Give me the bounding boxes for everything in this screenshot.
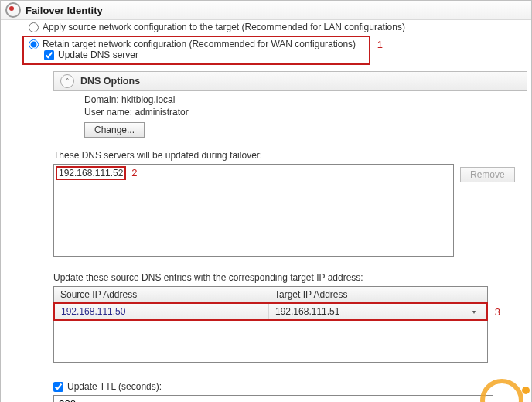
annotation-1: 1 (377, 39, 383, 50)
col-target-header: Target IP Address (268, 287, 487, 302)
ttl-label: Update TTL (seconds): (67, 381, 162, 392)
ttl-checkbox[interactable] (53, 382, 63, 392)
ttl-option[interactable]: Update TTL (seconds): (53, 381, 531, 392)
dns-domain-row: Domain: hkitblog.local (84, 94, 531, 105)
apply-source-option[interactable]: Apply source network configuration to th… (1, 20, 531, 34)
panel-header: Failover Identity (1, 1, 531, 20)
dns-server-ip[interactable]: 192.168.111.52 (59, 168, 123, 179)
dns-mapping-table: Source IP Address Target IP Address 192.… (53, 286, 488, 363)
domain-label: Domain: (84, 94, 119, 105)
retain-target-label: Retain target network configuration (Rec… (43, 39, 356, 49)
ttl-section: Update TTL (seconds): (53, 381, 531, 402)
source-ip-cell[interactable]: 192.168.111.50 (61, 306, 125, 317)
retain-target-radio[interactable] (29, 39, 39, 49)
annotation-3: 3 (495, 306, 500, 318)
dns-servers-row: 192.168.111.52 2 Remove (53, 164, 531, 257)
page-title: Failover Identity (26, 5, 103, 16)
failover-identity-panel: Failover Identity Apply source network c… (0, 0, 532, 402)
apply-source-label: Apply source network configuration to th… (43, 22, 405, 32)
change-button[interactable]: Change... (84, 122, 145, 138)
target-ip-cell[interactable]: 192.168.111.51 ▾ (269, 304, 486, 319)
dns-options-header[interactable]: ˄ DNS Options (53, 71, 527, 91)
dns-server-ip-highlight: 192.168.111.52 2 (56, 166, 126, 180)
annotation-2: 2 (131, 167, 137, 179)
retain-target-highlight: Retain target network configuration (Rec… (22, 36, 370, 65)
dns-user-row: User name: administrator (84, 107, 531, 118)
update-dns-option[interactable]: Update DNS server (29, 49, 364, 60)
apply-source-radio[interactable] (29, 22, 39, 32)
target-ip-value: 192.168.111.51 (275, 306, 339, 317)
update-dns-checkbox[interactable] (44, 50, 54, 60)
domain-value: hkitblog.local (121, 94, 175, 105)
chevron-down-icon[interactable]: ▾ (472, 308, 480, 315)
dns-options-title: DNS Options (80, 76, 140, 87)
table-row[interactable]: 192.168.111.50 192.168.111.51 ▾ 3 (53, 302, 488, 321)
update-dns-label: Update DNS server (58, 49, 138, 60)
table-empty-area (54, 320, 487, 362)
retain-target-option[interactable]: Retain target network configuration (Rec… (29, 39, 364, 49)
chevron-up-icon: ˄ (60, 74, 74, 88)
table-header: Source IP Address Target IP Address (54, 287, 487, 303)
app-logo-icon (5, 2, 21, 18)
remove-button[interactable]: Remove (460, 167, 515, 182)
watermark-dot-icon (522, 387, 530, 394)
ttl-input[interactable] (53, 395, 493, 402)
col-source-header: Source IP Address (54, 287, 268, 302)
dns-servers-label: These DNS servers will be updated during… (53, 150, 531, 161)
dns-servers-listbox[interactable]: 192.168.111.52 2 (53, 164, 454, 257)
user-value: administrator (135, 107, 188, 118)
dns-mapping-label: Update these source DNS entries with the… (53, 272, 531, 283)
user-label: User name: (84, 107, 132, 118)
dns-options-section: ˄ DNS Options Domain: hkitblog.local Use… (53, 71, 531, 402)
